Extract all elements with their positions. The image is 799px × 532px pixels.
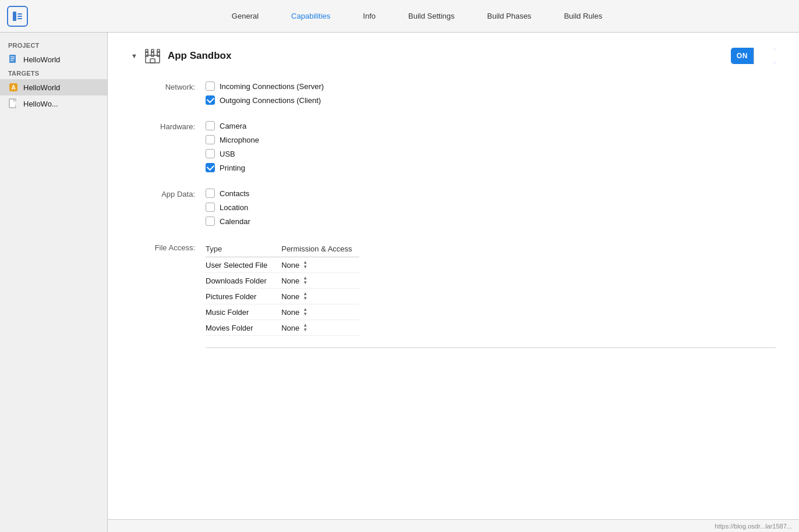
usb-label: USB (220, 150, 235, 158)
incoming-connections-checkbox[interactable] (206, 81, 215, 91)
svg-rect-1 (17, 13, 22, 15)
permission-value-2: None (281, 292, 299, 301)
app-data-section: App Data: Contacts Location Calendar (131, 189, 776, 226)
sandbox-toggle[interactable]: ON (731, 48, 776, 64)
calendar-checkbox[interactable] (206, 217, 215, 226)
permission-value-4: None (281, 324, 299, 332)
target-hellowo-label: HelloWo... (23, 100, 58, 108)
stepper-down-icon-4: ▼ (303, 328, 311, 332)
file-type-downloads: Downloads Folder (206, 273, 274, 289)
location-label: Location (220, 203, 248, 212)
tab-build-settings[interactable]: Build Settings (392, 8, 471, 24)
network-section: Network: Incoming Connections (Server) O… (131, 81, 776, 105)
svg-rect-17 (157, 49, 160, 52)
permission-cell-3: None ▲ ▼ (281, 307, 352, 317)
stepper-1[interactable]: ▲ ▼ (303, 276, 311, 285)
project-item-label: HelloWorld (23, 55, 60, 64)
stepper-2[interactable]: ▲ ▼ (303, 292, 311, 301)
camera-label: Camera (220, 122, 246, 130)
microphone-label: Microphone (220, 136, 259, 144)
svg-text:A: A (11, 84, 15, 91)
hardware-controls: Camera Microphone USB Printing (206, 121, 259, 172)
permission-cell-0: None ▲ ▼ (281, 260, 352, 269)
printing-row: Printing (206, 163, 259, 172)
microphone-checkbox[interactable] (206, 135, 215, 144)
contacts-row: Contacts (206, 189, 250, 198)
bottom-bar-url: https://blog.osdr...lar1587... (715, 523, 792, 530)
bottom-divider (206, 347, 776, 348)
tab-build-rules[interactable]: Build Rules (547, 8, 618, 24)
sandbox-title: App Sandbox (168, 50, 232, 62)
sidebar-item-helloworld-target[interactable]: A HelloWorld (0, 79, 107, 95)
sandbox-header: ▼ App Sandbox ON (131, 47, 776, 65)
permission-cell-2: None ▲ ▼ (281, 292, 352, 301)
stepper-3[interactable]: ▲ ▼ (303, 307, 311, 317)
sidebar-item-project[interactable]: HelloWorld (0, 51, 107, 68)
permission-value-1: None (281, 276, 299, 285)
content-area: ▼ App Sandbox ON (108, 33, 799, 532)
hardware-row: Hardware: Camera Microphone USB (131, 121, 776, 172)
col-type-header: Type (206, 242, 274, 257)
usb-row: USB (206, 149, 259, 158)
tab-capabilities[interactable]: Capabilities (275, 8, 347, 24)
toolbar: General Capabilities Info Build Settings… (0, 0, 799, 33)
camera-row: Camera (206, 121, 259, 130)
file-access-section: File Access: Type Permission & Access Us… (131, 242, 776, 360)
incoming-connections-label: Incoming Connections (Server) (220, 82, 324, 91)
tab-info[interactable]: Info (347, 8, 392, 24)
table-row: User Selected File None ▲ ▼ (206, 257, 359, 273)
collapse-arrow-icon[interactable]: ▼ (131, 52, 137, 59)
outgoing-connections-label: Outgoing Connections (Client) (220, 96, 321, 105)
hardware-section: Hardware: Camera Microphone USB (131, 121, 776, 172)
permission-cell-1: None ▲ ▼ (281, 276, 352, 285)
printing-checkbox[interactable] (206, 163, 215, 172)
app-data-row: App Data: Contacts Location Calendar (131, 189, 776, 226)
table-row: Downloads Folder None ▲ ▼ (206, 273, 359, 289)
microphone-row: Microphone (206, 135, 259, 144)
tab-general[interactable]: General (215, 8, 275, 24)
app-data-controls: Contacts Location Calendar (206, 189, 250, 226)
tab-build-phases[interactable]: Build Phases (471, 8, 547, 24)
sandbox-header-left: ▼ App Sandbox (131, 47, 231, 65)
toggle-on-label: ON (731, 52, 754, 60)
project-navigator-icon[interactable] (7, 6, 28, 27)
svg-rect-18 (150, 59, 155, 63)
stepper-0[interactable]: ▲ ▼ (303, 260, 311, 269)
calendar-label: Calendar (220, 217, 250, 226)
file-access-table-wrapper: Type Permission & Access User Selected F… (206, 242, 776, 360)
target-helloworld-label: HelloWorld (23, 83, 60, 92)
permission-downloads[interactable]: None ▲ ▼ (274, 273, 359, 289)
usb-checkbox[interactable] (206, 149, 215, 158)
network-label: Network: (131, 81, 195, 91)
outgoing-connections-checkbox[interactable] (206, 95, 215, 105)
svg-rect-5 (10, 56, 15, 58)
app-data-label: App Data: (131, 189, 195, 198)
stepper-down-icon-2: ▼ (303, 296, 311, 301)
contacts-label: Contacts (220, 189, 249, 198)
main-layout: PROJECT HelloWorld TARGETS A HelloWorld (0, 33, 799, 532)
file-type-pictures: Pictures Folder (206, 289, 274, 304)
project-file-icon (8, 54, 19, 65)
svg-rect-0 (13, 12, 16, 21)
file-type-movies: Movies Folder (206, 320, 274, 336)
location-checkbox[interactable] (206, 203, 215, 212)
contacts-checkbox[interactable] (206, 189, 215, 198)
sidebar-item-hellowo-file[interactable]: HelloWo... (0, 95, 107, 112)
stepper-down-icon-0: ▼ (303, 265, 311, 269)
camera-checkbox[interactable] (206, 121, 215, 130)
stepper-down-icon-3: ▼ (303, 312, 311, 317)
permission-value-3: None (281, 308, 299, 317)
svg-rect-15 (146, 49, 148, 52)
network-row: Network: Incoming Connections (Server) O… (131, 81, 776, 105)
permission-movies[interactable]: None ▲ ▼ (274, 320, 359, 336)
permission-pictures[interactable]: None ▲ ▼ (274, 289, 359, 304)
app-target-icon: A (8, 82, 19, 93)
table-row: Movies Folder None ▲ ▼ (206, 320, 359, 336)
permission-cell-4: None ▲ ▼ (281, 323, 352, 332)
stepper-4[interactable]: ▲ ▼ (303, 323, 311, 332)
network-controls: Incoming Connections (Server) Outgoing C… (206, 81, 324, 105)
permission-user-selected[interactable]: None ▲ ▼ (274, 257, 359, 273)
permission-music[interactable]: None ▲ ▼ (274, 304, 359, 320)
file-type-user-selected: User Selected File (206, 257, 274, 273)
toolbar-tabs: General Capabilities Info Build Settings… (42, 8, 792, 24)
